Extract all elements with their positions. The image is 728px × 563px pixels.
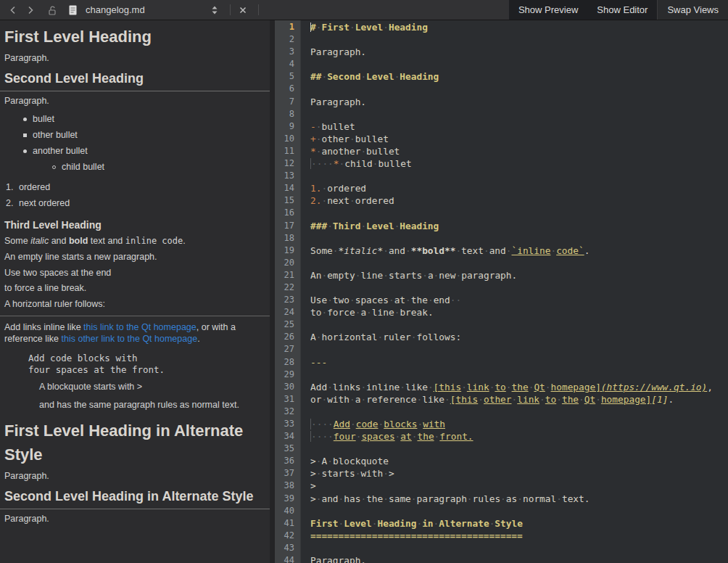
line-number[interactable]: 33 — [275, 418, 300, 430]
editor-line[interactable]: An·empty·line·starts·a·new·paragraph. — [310, 269, 728, 282]
line-number[interactable]: 31 — [275, 393, 300, 406]
editor-line[interactable]: --- — [310, 356, 728, 369]
line-number[interactable]: 10 — [275, 133, 300, 145]
line-number[interactable]: 22 — [275, 282, 300, 294]
editor-line[interactable] — [310, 319, 728, 331]
markdown-preview-pane[interactable]: First Level HeadingParagraph.Second Leve… — [0, 20, 270, 563]
editor-line[interactable]: Paragraph. — [310, 554, 728, 563]
editor-line[interactable] — [310, 232, 728, 244]
line-number[interactable]: 37 — [275, 467, 300, 480]
editor-line[interactable]: ###·Third·Level·Heading — [310, 220, 728, 232]
editor-line[interactable]: Add·links·inline·like·[this·link·to·the·… — [310, 381, 728, 393]
line-number[interactable]: 17 — [275, 220, 300, 232]
editor-line[interactable]: >·and·has·the·same·paragraph·rules·as·no… — [310, 493, 728, 505]
line-number[interactable]: 18 — [275, 232, 300, 244]
show-preview-button[interactable]: Show Preview — [509, 0, 587, 20]
line-number[interactable]: 28 — [275, 356, 300, 369]
editor-line[interactable] — [310, 443, 728, 455]
editor-line[interactable]: #·First·Level·Heading — [310, 21, 728, 33]
line-number[interactable]: 8 — [275, 108, 300, 120]
line-number[interactable]: 30 — [275, 381, 300, 393]
line-number[interactable]: 32 — [275, 406, 300, 418]
editor-line[interactable]: 2.·next·ordered — [310, 194, 728, 207]
document-dropdown-button[interactable] — [207, 4, 222, 16]
show-editor-button[interactable]: Show Editor — [587, 0, 657, 20]
editor-line[interactable] — [310, 83, 728, 95]
back-button[interactable] — [6, 4, 20, 16]
line-number[interactable]: 11 — [275, 145, 300, 157]
close-document-button[interactable] — [236, 4, 250, 16]
line-number[interactable]: 23 — [275, 294, 300, 306]
line-number[interactable]: 13 — [275, 170, 300, 182]
line-number[interactable]: 19 — [275, 244, 300, 257]
line-number[interactable]: 16 — [275, 207, 300, 219]
editor-line[interactable] — [310, 33, 728, 46]
readonly-toggle-button[interactable] — [45, 4, 59, 16]
line-number[interactable]: 21 — [275, 269, 300, 282]
forward-button[interactable] — [23, 4, 38, 16]
line-number[interactable]: 7 — [275, 96, 300, 108]
editor-line[interactable]: ##·Second·Level·Heading — [310, 70, 728, 83]
editor-line[interactable]: Some·*italic*·and·**bold**·text·and·`inl… — [310, 244, 728, 257]
editor-line[interactable]: Paragraph. — [310, 46, 728, 58]
line-number[interactable]: 2 — [275, 33, 300, 46]
editor-line[interactable]: +·other·bullet — [310, 133, 728, 145]
line-number[interactable]: 4 — [275, 58, 300, 70]
line-number[interactable]: 6 — [275, 83, 300, 95]
editor-line[interactable]: Paragraph. — [310, 96, 728, 108]
editor-line[interactable]: Use·two·spaces·at·the·end·· — [310, 294, 728, 306]
line-number[interactable]: 42 — [275, 530, 300, 542]
line-number[interactable]: 36 — [275, 455, 300, 467]
editor-line[interactable]: >·A·blockquote — [310, 455, 728, 467]
pane-splitter-handle[interactable] — [270, 20, 275, 563]
line-number[interactable]: 44 — [275, 554, 300, 563]
editor-line[interactable] — [310, 343, 728, 356]
swap-views-button[interactable]: Swap Views — [657, 0, 728, 20]
link[interactable]: this link to the Qt homepage — [83, 322, 197, 332]
editor-line[interactable]: or·with·a·reference·like·[this·other·lin… — [310, 393, 728, 406]
editor-line[interactable]: > — [310, 480, 728, 492]
line-number[interactable]: 24 — [275, 306, 300, 319]
editor-line[interactable]: First·Level·Heading·in·Alternate·Style — [310, 517, 728, 530]
editor-line[interactable]: ====================================== — [310, 530, 728, 542]
editor-line[interactable] — [310, 542, 728, 554]
line-number[interactable]: 5 — [275, 70, 300, 83]
editor-line[interactable] — [310, 369, 728, 381]
line-number[interactable]: 25 — [275, 319, 300, 331]
editor-line[interactable]: A·horizontal·ruler·follows: — [310, 331, 728, 343]
line-number[interactable]: 12 — [275, 157, 300, 170]
line-number[interactable]: 34 — [275, 430, 300, 443]
editor-line[interactable]: ····four·spaces·at·the·front. — [310, 430, 728, 443]
line-number[interactable]: 27 — [275, 343, 300, 356]
editor-code[interactable]: #·First·Level·HeadingParagraph.##·Second… — [301, 20, 728, 563]
line-number[interactable]: 14 — [275, 182, 300, 194]
line-number[interactable]: 3 — [275, 46, 300, 58]
editor-line[interactable]: to·force·a·line·break. — [310, 306, 728, 319]
line-number[interactable]: 29 — [275, 369, 300, 381]
line-number[interactable]: 41 — [275, 517, 300, 530]
editor-line[interactable] — [310, 282, 728, 294]
editor-line[interactable] — [310, 207, 728, 219]
editor-line[interactable]: ····*·child·bullet — [310, 157, 728, 170]
editor-line[interactable] — [310, 170, 728, 182]
line-number[interactable]: 39 — [275, 493, 300, 505]
editor-line[interactable] — [310, 58, 728, 70]
line-number[interactable]: 1 — [275, 21, 300, 33]
link[interactable]: this other link to the Qt homepage — [62, 334, 198, 344]
editor-line[interactable]: -·bullet — [310, 120, 728, 133]
editor-line[interactable]: *·another·bullet — [310, 145, 728, 157]
line-number[interactable]: 26 — [275, 331, 300, 343]
line-number[interactable]: 43 — [275, 542, 300, 554]
editor-line[interactable]: ····Add·code·blocks·with — [310, 418, 728, 430]
editor-line[interactable] — [310, 505, 728, 517]
line-number[interactable]: 35 — [275, 443, 300, 455]
line-number[interactable]: 38 — [275, 480, 300, 492]
line-number[interactable]: 20 — [275, 257, 300, 269]
editor-line[interactable] — [310, 108, 728, 120]
line-number[interactable]: 40 — [275, 505, 300, 517]
line-number[interactable]: 9 — [275, 120, 300, 133]
document-tab-label[interactable]: changelog.md — [86, 4, 207, 15]
editor-line[interactable] — [310, 257, 728, 269]
line-number[interactable]: 15 — [275, 194, 300, 207]
editor-line[interactable] — [310, 406, 728, 418]
